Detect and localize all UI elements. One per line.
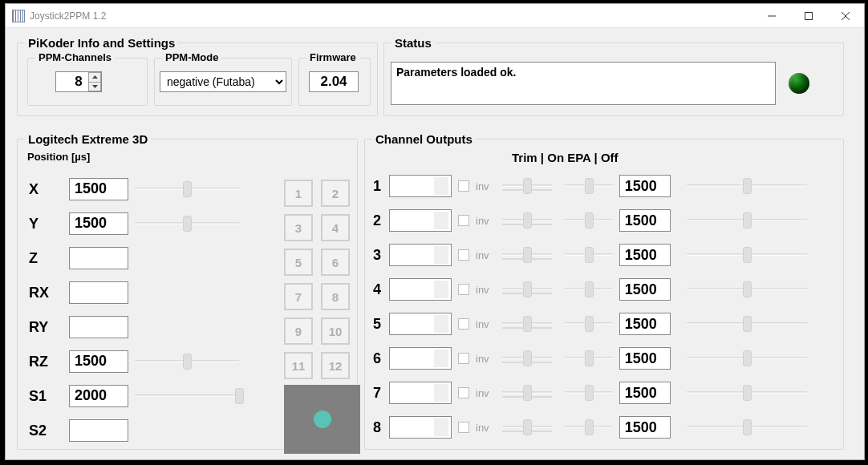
app-icon bbox=[12, 10, 25, 22]
channel-row-5: 5inv bbox=[373, 313, 807, 335]
status-led-icon bbox=[789, 73, 809, 94]
joystick-button-11[interactable]: 11 bbox=[284, 352, 313, 379]
channel-source-select[interactable] bbox=[389, 416, 452, 439]
trim-slider[interactable] bbox=[502, 349, 552, 368]
axis-row-s1: S1 bbox=[29, 385, 239, 407]
axis-row-z: Z bbox=[29, 247, 128, 269]
invert-checkbox[interactable] bbox=[458, 387, 469, 398]
invert-checkbox[interactable] bbox=[458, 249, 469, 261]
channel-number: 1 bbox=[373, 178, 383, 195]
ppm-channels-spinner[interactable] bbox=[55, 71, 102, 92]
channel-source-select[interactable] bbox=[389, 175, 452, 197]
axis-row-ry: RY bbox=[29, 316, 128, 338]
axis-label: RY bbox=[29, 319, 69, 336]
xy-pad[interactable] bbox=[284, 385, 360, 454]
axis-slider[interactable] bbox=[135, 386, 239, 406]
channel-output-value bbox=[619, 416, 671, 439]
output-slider[interactable] bbox=[687, 176, 807, 196]
ppm-channels-down[interactable] bbox=[88, 83, 101, 92]
channel-number: 2 bbox=[373, 212, 383, 229]
joystick-button-7[interactable]: 7 bbox=[284, 283, 313, 310]
joystick-button-4[interactable]: 4 bbox=[321, 214, 350, 241]
joystick-button-2[interactable]: 2 bbox=[321, 180, 350, 207]
maximize-button[interactable] bbox=[790, 4, 827, 28]
channel-output-value bbox=[619, 347, 671, 370]
output-slider[interactable] bbox=[687, 314, 807, 334]
invert-checkbox[interactable] bbox=[458, 180, 469, 192]
axis-value-input bbox=[69, 247, 128, 269]
trim-slider[interactable] bbox=[502, 211, 552, 230]
trim-slider[interactable] bbox=[502, 176, 552, 196]
channel-number: 6 bbox=[373, 350, 383, 367]
window-controls bbox=[753, 4, 864, 28]
axis-label: RX bbox=[29, 285, 69, 301]
epa-slider[interactable] bbox=[565, 418, 613, 437]
output-slider[interactable] bbox=[687, 383, 807, 402]
invert-checkbox[interactable] bbox=[458, 215, 469, 226]
epa-slider[interactable] bbox=[565, 349, 613, 368]
axis-slider[interactable] bbox=[135, 214, 239, 233]
axis-row-rx: RX bbox=[29, 281, 128, 304]
output-slider[interactable] bbox=[687, 211, 807, 230]
epa-slider[interactable] bbox=[565, 176, 613, 196]
joystick-button-3[interactable]: 3 bbox=[284, 214, 313, 241]
ppm-mode-select[interactable]: negative (Futaba) bbox=[160, 71, 286, 92]
axis-row-s2: S2 bbox=[29, 419, 128, 442]
channel-row-6: 6inv bbox=[373, 347, 807, 370]
axis-label: S2 bbox=[29, 423, 69, 439]
epa-slider[interactable] bbox=[565, 383, 613, 402]
minimize-button[interactable] bbox=[753, 4, 790, 28]
axis-value-input bbox=[69, 385, 128, 407]
epa-slider[interactable] bbox=[565, 314, 613, 334]
svg-rect-1 bbox=[805, 12, 813, 19]
joystick-button-6[interactable]: 6 bbox=[321, 249, 350, 276]
trim-slider[interactable] bbox=[502, 314, 552, 334]
joystick-button-9[interactable]: 9 bbox=[284, 317, 313, 345]
channel-output-value bbox=[619, 313, 671, 335]
channel-source-select[interactable] bbox=[389, 347, 452, 370]
output-slider[interactable] bbox=[687, 245, 807, 265]
joystick-button-10[interactable]: 10 bbox=[321, 317, 350, 345]
trim-slider[interactable] bbox=[502, 418, 552, 437]
channel-source-select[interactable] bbox=[389, 244, 452, 266]
axis-slider[interactable] bbox=[135, 352, 239, 371]
output-slider[interactable] bbox=[687, 280, 807, 299]
svg-marker-11 bbox=[439, 357, 445, 361]
close-button[interactable] bbox=[827, 4, 864, 28]
joystick-button-5[interactable]: 5 bbox=[284, 249, 313, 276]
invert-checkbox[interactable] bbox=[458, 422, 469, 433]
channel-source-select[interactable] bbox=[389, 278, 452, 301]
epa-slider[interactable] bbox=[565, 280, 613, 299]
channel-source-select[interactable] bbox=[389, 209, 452, 232]
joystick-button-12[interactable]: 12 bbox=[321, 352, 350, 379]
ppm-channels-up[interactable] bbox=[88, 72, 101, 83]
joystick-button-8[interactable]: 8 bbox=[321, 283, 350, 310]
pikoder-legend: PiKoder Info and Settings bbox=[25, 36, 178, 50]
joystick-group: Logitech Extreme 3D Position [µs] XYZRXR… bbox=[17, 139, 358, 450]
channel-source-select[interactable] bbox=[389, 382, 452, 404]
status-legend: Status bbox=[391, 36, 435, 50]
invert-checkbox[interactable] bbox=[458, 318, 469, 330]
trim-slider[interactable] bbox=[502, 383, 552, 402]
svg-marker-8 bbox=[439, 253, 445, 257]
invert-label: inv bbox=[476, 180, 489, 192]
joystick-heading: Logitech Extreme 3D bbox=[25, 132, 151, 146]
invert-checkbox[interactable] bbox=[458, 353, 469, 364]
channel-outputs-group: Channel Outputs Trim | On EPA | Off 1inv… bbox=[364, 139, 844, 450]
window-title: Joystick2PPM 1.2 bbox=[30, 10, 106, 22]
axis-slider[interactable] bbox=[135, 180, 239, 199]
trim-slider[interactable] bbox=[502, 245, 552, 265]
invert-checkbox[interactable] bbox=[458, 284, 469, 295]
titlebar: Joystick2PPM 1.2 bbox=[6, 4, 864, 28]
output-slider[interactable] bbox=[687, 349, 807, 368]
channel-source-select[interactable] bbox=[389, 313, 452, 335]
trim-slider[interactable] bbox=[502, 280, 552, 299]
output-slider[interactable] bbox=[687, 418, 807, 437]
joystick-button-1[interactable]: 1 bbox=[284, 180, 313, 207]
epa-slider[interactable] bbox=[565, 245, 613, 265]
invert-label: inv bbox=[476, 249, 489, 261]
epa-slider[interactable] bbox=[565, 211, 613, 230]
svg-marker-4 bbox=[92, 75, 98, 79]
svg-marker-13 bbox=[439, 426, 445, 430]
firmware-legend: Firmware bbox=[306, 51, 359, 63]
